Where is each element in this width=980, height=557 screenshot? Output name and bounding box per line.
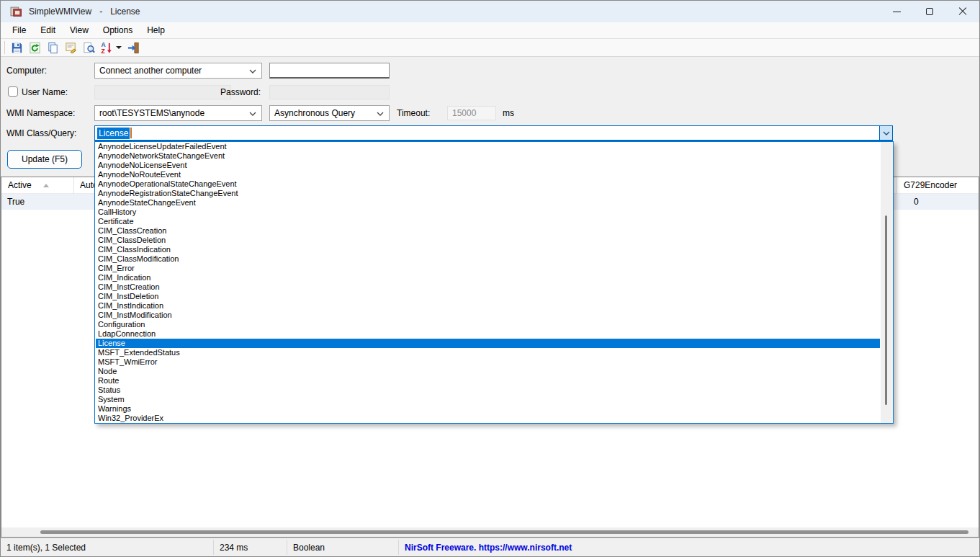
minimize-button[interactable] (880, 1, 913, 22)
menu-item[interactable]: Help (140, 23, 172, 37)
dropdown-item[interactable]: AnynodeLicenseUpdaterFailedEvent (96, 142, 880, 151)
dropdown-item[interactable]: CIM_Error (96, 264, 880, 273)
minimize-icon (893, 12, 901, 12)
username-label: User Name: (22, 84, 68, 100)
dropdown-item[interactable]: AnynodeNetworkStateChangeEvent (96, 151, 880, 161)
computer-name-input[interactable] (269, 63, 390, 79)
close-icon (958, 7, 967, 16)
dropdown-item[interactable]: MSFT_ExtendedStatus (96, 348, 880, 357)
window-title-separator: - (99, 6, 102, 17)
dropdown-item[interactable]: Win32_ProviderEx (96, 414, 880, 423)
timeout-value: 15000 (452, 108, 476, 118)
chevron-down-icon (883, 131, 890, 135)
class-query-dropdown-button[interactable] (879, 126, 892, 140)
dropdown-item[interactable]: AnynodeOperationalStateChangeEvent (96, 179, 880, 189)
dropdown-item[interactable]: AnynodeNoLicenseEvent (96, 161, 880, 170)
find-button[interactable] (80, 40, 98, 55)
cell-g729encoder: 0 (914, 194, 919, 210)
dropdown-item[interactable]: Warnings (96, 404, 880, 414)
menu-item[interactable]: Options (96, 23, 140, 37)
namespace-combobox[interactable]: root\TESYSTEMS\anynode (94, 105, 262, 121)
dropdown-item[interactable]: CIM_ClassIndication (96, 245, 880, 254)
column-header-g729encoder[interactable]: G729Encoder (896, 177, 980, 194)
update-button[interactable]: Update (F5) (7, 150, 82, 169)
password-input (269, 85, 390, 99)
maximize-button[interactable] (913, 1, 946, 22)
dropdown-item[interactable]: AnynodeNoRouteEvent (96, 170, 880, 179)
dropdown-item[interactable]: Configuration (96, 320, 880, 329)
find-icon (82, 41, 96, 55)
dropdown-item[interactable]: CIM_InstDeletion (96, 292, 880, 301)
dropdown-item[interactable]: CallHistory (96, 208, 880, 217)
horizontal-scrollbar[interactable] (1, 527, 979, 537)
class-query-selected-text: License (97, 128, 130, 139)
copy-button[interactable] (44, 40, 62, 55)
timeout-label: Timeout: (397, 105, 430, 121)
dropdown-item[interactable]: AnynodeStateChangeEvent (96, 198, 880, 208)
status-value-type: Boolean (287, 538, 398, 556)
computer-label: Computer: (6, 63, 47, 79)
dropdown-item[interactable]: CIM_ClassDeletion (96, 236, 880, 245)
dropdown-item[interactable]: CIM_InstModification (96, 311, 880, 320)
dropdown-scrollbar-thumb[interactable] (885, 215, 887, 405)
dropdown-item[interactable]: Certificate (96, 217, 880, 226)
dropdown-item[interactable]: Route (96, 376, 880, 386)
dropdown-item[interactable]: Status (96, 386, 880, 395)
dropdown-item[interactable]: CIM_ClassModification (96, 254, 880, 264)
cell-active: True (7, 194, 24, 210)
chevron-down-icon (249, 112, 256, 116)
dropdown-item[interactable]: LdapConnection (96, 329, 880, 339)
namespace-value: root\TESYSTEMS\anynode (99, 108, 204, 118)
exit-icon (127, 41, 140, 55)
dropdown-item[interactable]: AnynodeRegistrationStateChangeEvent (96, 189, 880, 198)
dropdown-item[interactable]: CIM_ClassCreation (96, 226, 880, 236)
horizontal-scrollbar-thumb[interactable] (40, 530, 968, 534)
column-header-g729encoder-label: G729Encoder (904, 180, 957, 190)
save-button[interactable] (8, 40, 26, 55)
dropdown-item[interactable]: System (96, 395, 880, 404)
query-mode-value: Asynchronous Query (274, 108, 355, 118)
refresh-button[interactable] (26, 40, 44, 55)
class-query-dropdown-list: AnynodeLicenseUpdaterFailedEventAnynodeN… (94, 141, 894, 424)
computer-mode-value: Connect another computer (99, 66, 202, 76)
dropdown-item[interactable]: CIM_InstIndication (96, 301, 880, 311)
sort-dropdown-caret-icon[interactable] (116, 46, 122, 49)
dropdown-item[interactable]: MSFT_WmiError (96, 357, 880, 367)
sort-az-icon: A Z (100, 41, 114, 55)
menu-item[interactable]: View (63, 23, 96, 37)
close-button[interactable] (946, 1, 979, 22)
dropdown-item[interactable]: Node (96, 367, 880, 376)
timeout-unit-label: ms (503, 105, 514, 121)
refresh-icon (28, 41, 42, 55)
status-query-time: 234 ms (214, 538, 287, 556)
column-header-active[interactable]: Active (1, 177, 73, 194)
computer-mode-combobox[interactable]: Connect another computer (94, 63, 262, 79)
class-query-label: WMI Class/Query: (6, 125, 76, 141)
exit-button[interactable] (125, 40, 143, 55)
toolbar-grip (4, 41, 5, 54)
sort-button[interactable]: A Z (98, 40, 116, 55)
app-icon (10, 6, 22, 18)
sort-ascending-icon (43, 184, 49, 187)
window-title: SimpleWMIView - License (29, 6, 140, 17)
dropdown-scrollbar[interactable] (881, 142, 893, 423)
window-title-app: SimpleWMIView (29, 6, 91, 17)
properties-button[interactable] (62, 40, 80, 55)
menu-item[interactable]: File (5, 23, 33, 37)
menu-item[interactable]: Edit (33, 23, 63, 37)
dropdown-item[interactable]: License (96, 339, 880, 348)
nirsoft-link[interactable]: NirSoft Freeware. https://www.nirsoft.ne… (405, 543, 572, 553)
query-mode-combobox[interactable]: Asynchronous Query (269, 105, 390, 121)
svg-text:Z: Z (101, 48, 104, 55)
dropdown-item[interactable]: CIM_Indication (96, 273, 880, 282)
window-title-doc: License (110, 6, 140, 17)
timeout-input[interactable]: 15000 (447, 106, 496, 120)
statusbar: 1 item(s), 1 Selected 234 ms Boolean Nir… (1, 538, 979, 556)
dropdown-items: AnynodeLicenseUpdaterFailedEventAnynodeN… (96, 142, 880, 423)
dropdown-item[interactable]: CIM_InstCreation (96, 282, 880, 292)
menubar: FileEditViewOptionsHelp (1, 22, 979, 39)
class-query-combobox[interactable]: License (94, 125, 893, 141)
chevron-down-icon (249, 69, 256, 73)
app-window: SimpleWMIView - License FileEditViewOpti… (0, 0, 980, 557)
username-checkbox[interactable] (8, 86, 18, 97)
